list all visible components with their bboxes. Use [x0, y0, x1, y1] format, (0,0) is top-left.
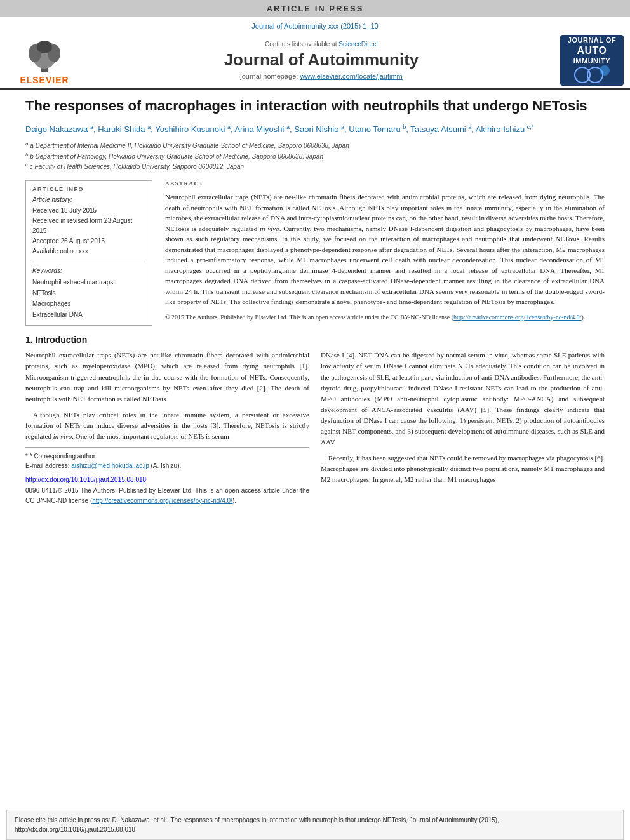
- affiliations: a a Department of Internal Medicine II, …: [25, 140, 605, 171]
- copyright-text: © 2015 The Authors. Published by Elsevie…: [165, 312, 605, 322]
- issn-line: 0896-8411/© 2015 The Authors. Published …: [25, 486, 309, 505]
- journal-header: Journal of Autoimmunity xxx (2015) 1–10 …: [0, 17, 630, 90]
- article-title: The responses of macrophages in interact…: [25, 97, 605, 116]
- abstract-section-title: ABSTRACT: [165, 180, 605, 187]
- accepted-date: Accepted 26 August 2015: [32, 236, 145, 246]
- contents-line: Contents lists available at ScienceDirec…: [83, 41, 560, 48]
- article-info-section-title: ARTICLE INFO: [32, 186, 145, 192]
- logo-decoration-icon: [573, 65, 611, 84]
- logo-line1: JOURNAL OF AUTO IMMUNITY: [568, 36, 616, 65]
- intro-para-1: Neutrophil extracellular traps (NETs) ar…: [25, 350, 309, 404]
- keyword-2: NETosis: [32, 288, 145, 298]
- email-link[interactable]: aishizu@med.hokudai.ac.jp: [71, 462, 149, 469]
- footnote-section: * * Corresponding author. E-mail address…: [25, 447, 309, 471]
- article-in-press-banner: ARTICLE IN PRESS: [0, 0, 630, 17]
- authors-text: Daigo Nakazawa a, Haruki Shida a, Yoshih…: [25, 124, 533, 134]
- homepage-url[interactable]: www.elsevier.com/locate/jautimm: [300, 72, 402, 80]
- doi-link[interactable]: http://dx.doi.org/10.1016/j.jaut.2015.08…: [25, 476, 146, 483]
- available-online: Available online xxx: [32, 246, 145, 257]
- article-info-box: ARTICLE INFO Article history: Received 1…: [25, 180, 152, 326]
- email-line: E-mail address: aishizu@med.hokudai.ac.j…: [25, 461, 309, 471]
- abstract-section: ABSTRACT Neutrophil extracellular traps …: [165, 180, 605, 322]
- elsevier-logo: ELSEVIER: [6, 36, 83, 85]
- svg-point-7: [600, 65, 610, 76]
- svg-point-4: [37, 41, 52, 53]
- intro-right-para-2: Recently, it has been suggested that NET…: [321, 453, 605, 485]
- abstract-column: ABSTRACT Neutrophil extracellular traps …: [165, 180, 605, 326]
- journal-title-block: Contents lists available at ScienceDirec…: [83, 41, 560, 80]
- elsevier-label: ELSEVIER: [20, 75, 69, 85]
- journal-citation-line: Journal of Autoimmunity xxx (2015) 1–10: [251, 22, 378, 30]
- introduction-section: 1. Introduction Neutrophil extracellular…: [25, 335, 605, 509]
- keyword-1: Neutrophil extracellular traps: [32, 277, 145, 288]
- introduction-header: 1. Introduction: [25, 335, 605, 345]
- history-label: Article history:: [32, 196, 145, 203]
- abstract-text: Neutrophil extracellular traps (NETs) ar…: [165, 192, 605, 307]
- article-info-column: ARTICLE INFO Article history: Received 1…: [25, 180, 152, 326]
- doi-line: http://dx.doi.org/10.1016/j.jaut.2015.08…: [25, 475, 309, 485]
- affiliation-c: c c Faculty of Health Sciences, Hokkaido…: [25, 161, 605, 171]
- corresponding-author-note: * * Corresponding author.: [25, 451, 309, 462]
- intro-para-2: Although NETs play critical roles in the…: [25, 410, 309, 442]
- cc-license-link-2[interactable]: http://creativecommons.org/licenses/by-n…: [92, 497, 232, 504]
- homepage-prefix: journal homepage:: [240, 72, 300, 80]
- affiliation-b: b b Department of Pathology, Hokkaido Un…: [25, 151, 605, 161]
- citation-banner: Please cite this article in press as: D.…: [6, 810, 624, 840]
- authors: Daigo Nakazawa a, Haruki Shida a, Yoshih…: [25, 123, 605, 136]
- page: ARTICLE IN PRESS Journal of Autoimmunity…: [0, 0, 630, 840]
- citation-text: Please cite this article in press as: D.…: [15, 817, 499, 833]
- keywords-label: Keywords:: [32, 267, 145, 274]
- content-area: The responses of macrophages in interact…: [0, 90, 630, 810]
- body-col-left: Neutrophil extracellular traps (NETs) ar…: [25, 350, 309, 509]
- journal-logo-right: JOURNAL OF AUTO IMMUNITY: [560, 35, 624, 86]
- journal-main-row: ELSEVIER Contents lists available at Sci…: [6, 32, 624, 88]
- banner-text: ARTICLE IN PRESS: [267, 4, 364, 13]
- intro-right-para-1: DNase I [4]. NET DNA can be digested by …: [321, 350, 605, 447]
- elsevier-tree-icon: [19, 36, 70, 74]
- body-two-col: Neutrophil extracellular traps (NETs) ar…: [25, 350, 605, 509]
- sciencedirect-link[interactable]: ScienceDirect: [338, 41, 378, 48]
- info-abstract-row: ARTICLE INFO Article history: Received 1…: [25, 180, 605, 326]
- received-date: Received 18 July 2015: [32, 206, 145, 216]
- keywords-list: Neutrophil extracellular traps NETosis M…: [32, 277, 145, 320]
- journal-title: Journal of Autoimmunity: [83, 50, 560, 70]
- cc-license-link[interactable]: http://creativecommons.org/licenses/by-n…: [453, 314, 581, 321]
- journal-top-line: Journal of Autoimmunity xxx (2015) 1–10: [6, 22, 624, 30]
- received-revised: Received in revised form 23 August 2015: [32, 216, 145, 236]
- keyword-4: Extracellular DNA: [32, 309, 145, 320]
- body-col-right: DNase I [4]. NET DNA can be digested by …: [321, 350, 605, 509]
- divider-1: [32, 262, 145, 262]
- affiliation-a: a a Department of Internal Medicine II, …: [25, 140, 605, 150]
- journal-homepage: journal homepage: www.elsevier.com/locat…: [83, 72, 560, 80]
- keyword-3: Macrophages: [32, 298, 145, 309]
- contents-prefix: Contents lists available at: [265, 41, 338, 48]
